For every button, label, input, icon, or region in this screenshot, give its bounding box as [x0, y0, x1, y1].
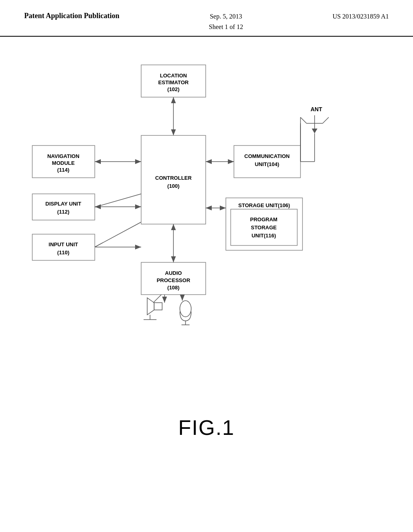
audio-spk-line — [153, 295, 161, 303]
arrow-right-stor — [220, 206, 226, 210]
input-ref: (110) — [57, 250, 69, 256]
arrow-left-ctrlr2 — [206, 206, 212, 210]
page-header: Patent Application Publication Sep. 5, 2… — [0, 0, 413, 37]
arrow-down-ctrl — [171, 129, 176, 135]
navigation-label2: MODULE — [52, 160, 75, 166]
display-label1: DISPLAY UNIT — [46, 201, 81, 207]
navigation-label1: NAVIGATION — [47, 154, 79, 160]
comm-label1: COMMUNICATION — [244, 154, 290, 160]
audio-label1: AUDIO — [165, 270, 182, 276]
arrow-left-nav — [95, 159, 101, 164]
prog-ref: UNIT(116) — [252, 233, 276, 239]
location-estimator-label2: ESTIMATOR — [158, 80, 189, 86]
arrow-right-input — [135, 245, 141, 249]
speaker-body — [154, 303, 162, 310]
ant-diag-right — [323, 117, 329, 123]
ant-diag-left — [300, 117, 307, 123]
block-diagram-svg: LOCATION ESTIMATOR (102) CONTROLLER (100… — [0, 49, 413, 411]
audio-ref: (108) — [167, 285, 179, 291]
ant-arrow — [312, 129, 317, 133]
arrow-up-loc — [171, 97, 176, 103]
arrow-right-disp — [135, 204, 141, 209]
controller-ref: (100) — [167, 183, 179, 189]
comm-label2: UNIT(104) — [255, 162, 280, 168]
prog-label1: PROGRAM — [250, 217, 277, 223]
display-unit-box — [32, 194, 95, 220]
disp-ctrl-line — [95, 194, 141, 207]
arrow-down-mic — [180, 295, 185, 301]
arrow-left-disp — [95, 204, 101, 209]
diagram-area: LOCATION ESTIMATOR (102) CONTROLLER (100… — [0, 49, 413, 411]
display-ref: (112) — [57, 209, 69, 215]
mic-body — [180, 301, 191, 317]
patent-number: US 2013/0231859 A1 — [332, 11, 389, 22]
arrow-up-audio — [171, 224, 176, 230]
location-estimator-label: LOCATION — [160, 73, 187, 79]
publication-date: Sep. 5, 2013 — [210, 13, 242, 20]
audio-label2: PROCESSOR — [156, 278, 190, 284]
arrow-down-audio — [171, 256, 176, 262]
arrow-left-ctrlr — [206, 159, 212, 164]
arrow-down-spk — [162, 297, 167, 303]
input-ctrl-diag — [95, 222, 141, 247]
navigation-ref: (114) — [57, 167, 69, 173]
ant-label: ANT — [311, 106, 322, 112]
speaker-cone — [147, 298, 154, 315]
prog-label2: STORAGE — [251, 225, 277, 231]
input-label1: INPUT UNIT — [49, 242, 78, 248]
controller-label: CONTROLLER — [155, 175, 192, 181]
storage-label1: STORAGE UNIT(106) — [238, 203, 290, 209]
header-date-sheet: Sep. 5, 2013 Sheet 1 of 12 — [209, 11, 243, 32]
location-estimator-ref: (102) — [167, 87, 179, 93]
arrow-right-comm — [228, 159, 234, 164]
figure-label: FIG.1 — [0, 416, 413, 440]
publication-title: Patent Application Publication — [24, 11, 119, 21]
arrow-right-ctrl — [135, 159, 141, 164]
sheet-info: Sheet 1 of 12 — [209, 23, 243, 30]
